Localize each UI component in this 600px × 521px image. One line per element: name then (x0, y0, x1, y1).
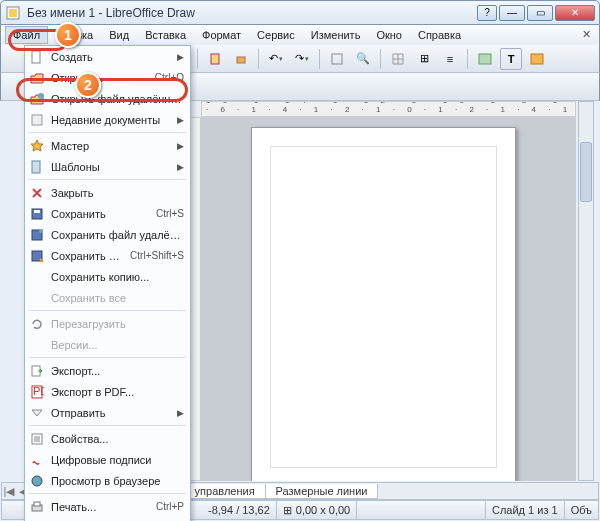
menu-item-template-icon[interactable]: Шаблоны▶ (25, 156, 190, 177)
file-menu-dropdown: Создать▶Открыть...Ctrl+OОткрыть файл уда… (24, 45, 191, 521)
menu-item-label: Свойства... (51, 433, 184, 445)
submenu-arrow-icon: ▶ (171, 162, 184, 172)
properties-icon (29, 431, 45, 447)
menu-item-shortcut: Ctrl+Shift+S (124, 250, 184, 261)
minimize-button[interactable]: — (499, 5, 525, 21)
menu-item-shortcut: Ctrl+O (149, 72, 184, 83)
zoom-in-icon[interactable]: 🔍 (352, 48, 374, 70)
text-icon[interactable]: T (500, 48, 522, 70)
undo-icon[interactable]: ↶▾ (265, 48, 287, 70)
menu-item-label: Экспорт... (51, 365, 184, 377)
canvas[interactable] (201, 117, 576, 481)
svg-rect-7 (479, 54, 491, 64)
menu-item-label: Открыть файл удалённо... (51, 93, 184, 105)
menu-item-signature-icon[interactable]: Цифровые подписи (25, 449, 190, 470)
page-margin (270, 146, 497, 468)
menu-item-printer-setup-icon[interactable]: Настройки принтера... (25, 517, 190, 521)
menu-item-close-icon[interactable]: Закрыть (25, 182, 190, 203)
menu-separator (29, 132, 186, 133)
menu-item-browser-icon[interactable]: Просмотр в браузере (25, 470, 190, 491)
vertical-scrollbar[interactable] (578, 101, 594, 481)
submenu-arrow-icon: ▶ (171, 408, 184, 418)
reload-icon (29, 316, 45, 332)
status-coords: -8,94 / 13,62 (202, 501, 277, 519)
svg-rect-4 (211, 54, 219, 64)
menu-item-label: Печать... (51, 501, 150, 513)
menu-item-new-icon[interactable]: Создать▶ (25, 46, 190, 67)
menu-help[interactable]: Справка (410, 26, 469, 44)
menu-tools[interactable]: Сервис (249, 26, 303, 44)
save-remote-icon (29, 227, 45, 243)
menu-item-label: Экспорт в PDF... (51, 386, 184, 398)
redo-icon[interactable]: ↷▾ (291, 48, 313, 70)
menu-item-save-remote-icon[interactable]: Сохранить файл удалённо... (25, 224, 190, 245)
svg-rect-12 (32, 161, 40, 173)
image-icon[interactable] (474, 48, 496, 70)
fontwork-icon[interactable] (526, 48, 548, 70)
svg-rect-9 (32, 51, 40, 63)
drawing-page[interactable] (251, 127, 516, 481)
svg-text:PDF: PDF (33, 385, 44, 397)
new-icon (29, 49, 45, 65)
menu-item-label: Недавние документы (51, 114, 171, 126)
template-icon (29, 159, 45, 175)
export-icon (29, 363, 45, 379)
grid-icon[interactable] (387, 48, 409, 70)
menu-insert[interactable]: Вставка (137, 26, 194, 44)
menu-item-properties-icon[interactable]: Свойства... (25, 428, 190, 449)
svg-rect-1 (9, 9, 17, 17)
menu-modify[interactable]: Изменить (303, 26, 369, 44)
save-as-icon (29, 248, 45, 264)
menu-item-save-icon[interactable]: СохранитьCtrl+S (25, 203, 190, 224)
submenu-arrow-icon: ▶ (171, 141, 184, 151)
clone-format-icon[interactable] (230, 48, 252, 70)
zoom-page-icon[interactable] (326, 48, 348, 70)
menu-item-shortcut: Ctrl+S (150, 208, 184, 219)
svg-point-22 (32, 476, 42, 486)
menu-view[interactable]: Вид (101, 26, 137, 44)
svg-rect-8 (531, 54, 543, 64)
annotation-badge-2: 2 (75, 72, 101, 98)
menu-item-export-icon[interactable]: Экспорт... (25, 360, 190, 381)
help-button[interactable]: ? (477, 5, 497, 21)
scrollbar-thumb[interactable] (580, 142, 592, 202)
open-remote-icon (29, 91, 45, 107)
svg-rect-5 (237, 57, 245, 63)
svg-rect-24 (34, 502, 40, 506)
print-icon (29, 499, 45, 515)
menu-item-row13: Сохранить все (25, 287, 190, 308)
menubar: Файл Правка Вид Вставка Формат Сервис Из… (0, 25, 600, 45)
close-icon (29, 185, 45, 201)
guides-icon[interactable]: ≡ (439, 48, 461, 70)
submenu-arrow-icon: ▶ (171, 52, 184, 62)
menu-separator (29, 425, 186, 426)
menu-item-label: Сохранить копию... (51, 271, 184, 283)
menu-item-label: Отправить (51, 407, 171, 419)
app-icon (5, 5, 21, 21)
menu-file[interactable]: Файл (5, 26, 48, 44)
status-slide: Слайд 1 из 1 (486, 501, 565, 519)
svg-rect-14 (34, 210, 40, 213)
menu-item-wizard-icon[interactable]: Мастер▶ (25, 135, 190, 156)
menu-item-row12[interactable]: Сохранить копию... (25, 266, 190, 287)
document-close-button[interactable]: ✕ (579, 27, 593, 41)
tab-nav-first[interactable]: |◀ (2, 484, 16, 498)
menu-item-open-icon[interactable]: Открыть...Ctrl+O (25, 67, 190, 88)
menu-item-open-remote-icon[interactable]: Открыть файл удалённо... (25, 88, 190, 109)
menu-item-pdf-icon[interactable]: PDFЭкспорт в PDF... (25, 381, 190, 402)
menu-item-send-icon[interactable]: Отправить▶ (25, 402, 190, 423)
maximize-button[interactable]: ▭ (527, 5, 553, 21)
menu-item-label: Сохранить (51, 208, 150, 220)
paste-icon[interactable] (204, 48, 226, 70)
window-close-button[interactable]: ✕ (555, 5, 595, 21)
tab-dimlines[interactable]: Размерные линии (265, 484, 379, 499)
snap-icon[interactable]: ⊞ (413, 48, 435, 70)
status-obj: Объ (565, 501, 598, 519)
menu-item-print-icon[interactable]: Печать...Ctrl+P (25, 496, 190, 517)
save-icon (29, 206, 45, 222)
menu-format[interactable]: Формат (194, 26, 249, 44)
menu-item-save-as-icon[interactable]: Сохранить как...Ctrl+Shift+S (25, 245, 190, 266)
menu-item-recent-icon[interactable]: Недавние документы▶ (25, 109, 190, 130)
svg-rect-11 (32, 115, 42, 125)
menu-window[interactable]: Окно (368, 26, 410, 44)
